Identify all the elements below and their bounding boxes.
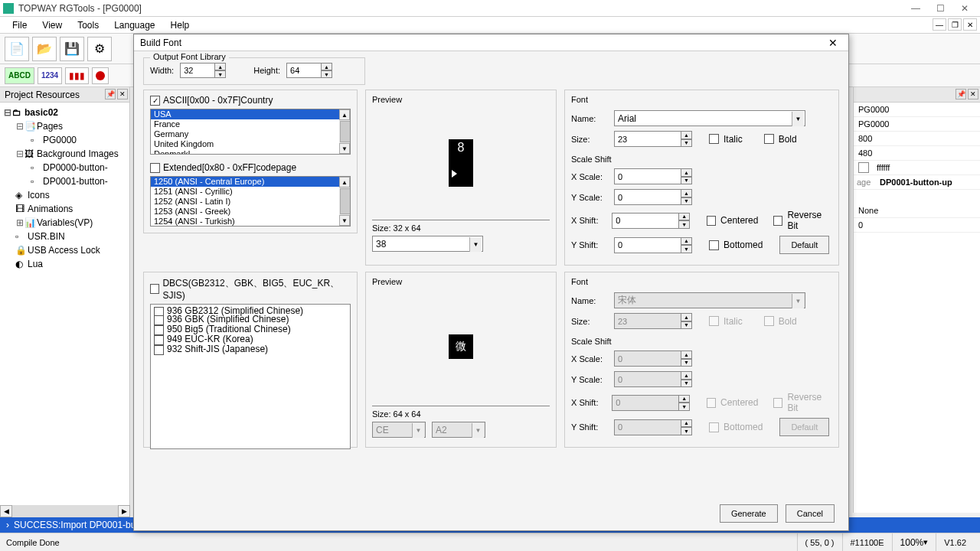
ascii-checkbox[interactable]: [150, 96, 160, 106]
maximize-button[interactable]: ☐: [928, 1, 952, 16]
prop-val-8: 0: [854, 220, 980, 230]
tree-lua[interactable]: Lua: [28, 259, 43, 269]
list-item[interactable]: 1253 (ANSI - Greek): [151, 207, 350, 217]
italic2-checkbox: [709, 316, 719, 326]
scroll-right[interactable]: ▶: [118, 505, 130, 517]
n1234-button[interactable]: 1234: [38, 67, 62, 84]
xscale2: ▲▼: [614, 350, 692, 367]
tree-pg0000[interactable]: PG0000: [43, 135, 77, 145]
menu-language[interactable]: Language: [106, 18, 162, 32]
app-title: TOPWAY RGTools - [PG0000]: [18, 3, 903, 14]
reversebit1-checkbox[interactable]: [773, 216, 782, 226]
mdi-restore[interactable]: ❐: [948, 18, 962, 31]
list-item[interactable]: Germany: [151, 129, 350, 139]
tree-dp1[interactable]: DP0001-button-: [43, 176, 108, 187]
dbcs-listbox[interactable]: 936 GB2312 (Simplified Chinese) 936 GBK …: [150, 304, 351, 449]
statusbar: Compile Done ( 55, 0 ) #11100E 100% ▾ V1…: [0, 533, 980, 551]
abcd-button[interactable]: ABCD: [5, 67, 34, 84]
width-spinner[interactable]: ▲▼: [180, 63, 226, 78]
menu-help[interactable]: Help: [163, 18, 198, 32]
list-item[interactable]: 1251 (ANSI - Cyrillic): [151, 187, 350, 197]
tree-dp0[interactable]: DP0000-button-: [43, 162, 108, 173]
prop-chk[interactable]: [858, 162, 869, 173]
prop-pin[interactable]: 📌: [956, 89, 966, 99]
height-spinner[interactable]: ▲▼: [286, 63, 332, 78]
bold1-checkbox[interactable]: [764, 134, 774, 144]
default1-button[interactable]: Default: [779, 236, 829, 254]
panel-close[interactable]: ✕: [117, 89, 128, 99]
list-item[interactable]: DenmarkI: [151, 149, 350, 155]
prop-val-6: DP0001-button-up: [875, 178, 980, 187]
pin-icon[interactable]: 📌: [105, 89, 116, 99]
mdi-minimize[interactable]: —: [933, 18, 946, 31]
yshift2: ▲▼: [614, 419, 692, 435]
list-item[interactable]: USA: [151, 109, 350, 119]
prop-close[interactable]: ✕: [968, 89, 978, 99]
prop-val-4: 480: [854, 148, 980, 158]
mdi-close[interactable]: ✕: [963, 18, 977, 31]
tree-usb[interactable]: USB Access Lock: [28, 245, 100, 256]
list-item[interactable]: United Kingdom: [151, 139, 350, 149]
yscale2: ▲▼: [614, 371, 692, 387]
preview1-combo[interactable]: 38▼: [372, 236, 483, 252]
ce-combo: CE▼: [372, 422, 426, 438]
font2-size-spinner: ▲▼: [614, 313, 692, 329]
yshift1[interactable]: ▲▼: [614, 237, 692, 253]
tree-usrbin[interactable]: USR.BIN: [28, 231, 65, 242]
tree-icons[interactable]: Icons: [28, 190, 50, 201]
status-color: #11100E: [842, 533, 892, 551]
open-button[interactable]: 📂: [32, 37, 57, 61]
menubar: File View Tools Language Help — ❐ ✕: [0, 17, 980, 34]
preview2-label: Preview: [372, 277, 550, 286]
bars-button[interactable]: ▮▮▮: [65, 67, 89, 84]
minimize-button[interactable]: —: [903, 1, 928, 16]
tree-bg[interactable]: Background Images: [37, 148, 119, 159]
menu-tools[interactable]: Tools: [70, 18, 106, 32]
menu-file[interactable]: File: [5, 18, 34, 32]
app-icon: [3, 3, 14, 14]
tree-anim[interactable]: Animations: [28, 204, 73, 214]
list-item[interactable]: 1252 (ANSI - Latin I): [151, 197, 350, 207]
xshift2: ▲▼: [612, 395, 690, 411]
panel-header: Project Resources 📌✕: [0, 87, 129, 103]
chevron-icon: ›: [6, 520, 9, 530]
ext-checkbox[interactable]: [150, 163, 160, 173]
save-button[interactable]: 💾: [60, 37, 84, 61]
generate-button[interactable]: Generate: [720, 504, 778, 523]
prop-val-5: ffffff: [872, 163, 980, 172]
ext-listbox[interactable]: 1250 (ANSI - Central Europe) 1251 (ANSI …: [150, 176, 351, 227]
output-lib-label: Output Font Library: [150, 52, 229, 61]
ascii-listbox[interactable]: USA France Germany United Kingdom Denmar…: [150, 109, 351, 155]
tree-pages[interactable]: Pages: [37, 121, 63, 132]
prop-val-1: PG0000: [854, 105, 980, 114]
scroll-left[interactable]: ◀: [0, 505, 12, 517]
record-button[interactable]: [92, 67, 109, 84]
centered1-checkbox[interactable]: [707, 216, 716, 226]
list-item[interactable]: 1254 (ANSI - Turkish): [151, 217, 350, 227]
close-button[interactable]: ✕: [952, 1, 977, 16]
tree-hscroll[interactable]: ◀ ▶: [0, 505, 130, 517]
list-item[interactable]: 1250 (ANSI - Central Europe): [151, 177, 350, 187]
font1-name-combo[interactable]: Arial▼: [614, 110, 805, 126]
project-tree[interactable]: ⊟🗀basic02 ⊟📑Pages ▫PG0000 ⊟🖼Background I…: [0, 103, 129, 274]
status-zoom[interactable]: 100% ▾: [892, 533, 936, 551]
dialog-title: Build Font: [140, 37, 824, 48]
settings-button[interactable]: ⚙: [87, 37, 112, 61]
yscale1[interactable]: ▲▼: [614, 189, 692, 205]
dialog-close[interactable]: ✕: [824, 36, 842, 50]
cancel-button[interactable]: Cancel: [786, 504, 835, 523]
xshift1[interactable]: ▲▼: [612, 213, 690, 229]
bottomed1-checkbox[interactable]: [709, 240, 719, 250]
project-resources-panel: Project Resources 📌✕ ⊟🗀basic02 ⊟📑Pages ▫…: [0, 87, 130, 513]
new-button[interactable]: 📄: [5, 37, 29, 61]
italic1-checkbox[interactable]: [709, 134, 719, 144]
font1-size-spinner[interactable]: ▲▼: [614, 131, 692, 147]
ascii-label: ASCII[0x00 - 0x7F]Country: [163, 95, 273, 106]
tree-root[interactable]: basic02: [24, 107, 58, 118]
list-item[interactable]: France: [151, 119, 350, 129]
a2-combo: A2▼: [432, 422, 485, 438]
dbcs-checkbox[interactable]: [150, 284, 159, 294]
xscale1[interactable]: ▲▼: [614, 168, 692, 184]
menu-view[interactable]: View: [34, 18, 70, 32]
tree-vars[interactable]: Variables(VP): [37, 217, 93, 228]
